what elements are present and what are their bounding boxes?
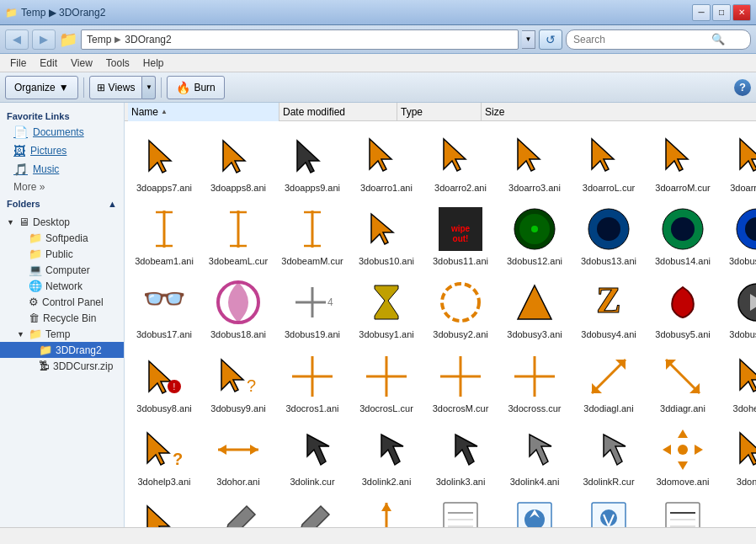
list-item[interactable]: 3dobus10.ani	[350, 198, 423, 271]
organize-button[interactable]: Organize ▼	[5, 76, 78, 99]
list-item[interactable]: 3dobeam1.ani	[128, 198, 200, 271]
list-item[interactable]: 3doarro2.ani	[424, 125, 497, 198]
list-item[interactable]: 3dobeamM.cur	[276, 198, 349, 271]
col-date[interactable]: Date modified	[280, 103, 397, 121]
tree-3dorang2[interactable]: 📁 3DDrang2	[0, 342, 124, 358]
tree-network[interactable]: 🌐 Network	[0, 278, 124, 294]
tree-softpedia[interactable]: 📁 Softpedia	[0, 230, 124, 246]
menu-tools[interactable]: Tools	[99, 56, 136, 71]
list-item[interactable]: 3docross.cur	[498, 345, 571, 419]
list-item[interactable]: 3docrosL.cur	[350, 345, 423, 419]
search-box[interactable]: 🔍	[566, 29, 751, 50]
col-size[interactable]: Size	[482, 103, 549, 121]
col-type[interactable]: Type	[397, 103, 482, 121]
list-item[interactable]: 3dohor.ani	[202, 419, 274, 492]
tree-recycle-bin[interactable]: 🗑 Recycle Bin	[0, 310, 124, 326]
list-item[interactable]: 3dobusy6.ani	[721, 271, 756, 344]
tree-3ddcursr[interactable]: 🗜 3DDCursr.zip	[0, 358, 124, 374]
list-item[interactable]: 3dobus14.ani	[647, 198, 719, 271]
toolbar-separator-1	[83, 77, 84, 98]
list-item[interactable]: 3doarrow.cur	[721, 125, 756, 198]
list-item[interactable]: 3dobusy5.ani	[647, 271, 719, 344]
help-button[interactable]: ?	[734, 79, 751, 96]
list-item[interactable]: 3dolinkR.cur	[572, 419, 645, 492]
views-dropdown-button[interactable]: ▼	[142, 76, 156, 99]
list-item[interactable]: pad_file.xml	[572, 492, 645, 527]
menu-file[interactable]: File	[3, 56, 33, 71]
list-item[interactable]: 3doarro3.ani	[498, 125, 571, 198]
tree-computer[interactable]: 💻 Computer	[0, 262, 124, 278]
file-label: 3dobus14.ani	[655, 256, 711, 267]
close-button[interactable]: ✕	[732, 4, 751, 21]
sidebar-item-music[interactable]: 🎵 Music	[0, 160, 124, 179]
list-item[interactable]: 3domove.ani	[647, 419, 719, 492]
list-item[interactable]: 3ddiagr.ani	[647, 345, 719, 419]
list-item[interactable]: 3dobus15.ani	[721, 198, 756, 271]
refresh-button[interactable]: ↺	[539, 29, 562, 50]
views-main-button[interactable]: ⊞ Views	[89, 76, 143, 99]
sidebar-item-documents[interactable]: 📄 Documents	[0, 123, 124, 141]
tree-public[interactable]: 📁 Public	[0, 246, 124, 262]
list-item[interactable]: wipeout!3dobus11.ani	[424, 198, 497, 271]
breadcrumb[interactable]: Temp ▶ 3DOrang2	[81, 29, 519, 50]
tree-temp[interactable]: ▼ 📁 Temp	[0, 326, 124, 342]
list-item[interactable]: 3dobeamL.cur	[202, 198, 274, 271]
list-item[interactable]: No3dono.ani	[721, 419, 756, 492]
list-item[interactable]: 3dobusy2.ani	[424, 271, 497, 344]
list-item[interactable]: 3dolink.cur	[276, 419, 349, 492]
list-item[interactable]: 3doapps8.ani	[202, 125, 274, 198]
list-item[interactable]: ?3dobusy9.ani	[202, 345, 274, 419]
list-item[interactable]: 3dobus12.ani	[498, 198, 571, 271]
list-item[interactable]: 3dobus13.ani	[572, 198, 645, 271]
list-item[interactable]: 3docros1.ani	[276, 345, 349, 419]
breadcrumb-dropdown[interactable]: ▼	[522, 30, 535, 49]
views-button-group[interactable]: ⊞ Views ▼	[89, 76, 157, 99]
file-label: 3dobus13.ani	[581, 256, 636, 267]
menu-view[interactable]: View	[64, 56, 99, 71]
expand-icon: ▼	[17, 330, 25, 339]
forward-button[interactable]: ▶	[32, 29, 56, 50]
col-name[interactable]: Name ▲	[128, 103, 280, 121]
search-input[interactable]	[573, 34, 708, 45]
list-item[interactable]: 👓3dobus17.ani	[128, 271, 200, 344]
list-item[interactable]: 3doarro1.ani	[350, 125, 423, 198]
list-item[interactable]: 43dobus19.ani	[276, 271, 349, 344]
folders-title[interactable]: Folders ▲	[0, 195, 124, 212]
list-item[interactable]: 3doapps7.ani	[128, 125, 200, 198]
file-label: 3dobus15.ani	[729, 256, 756, 267]
list-item[interactable]: ?3dohelp3.ani	[128, 419, 200, 492]
back-button[interactable]: ◀	[5, 29, 29, 50]
list-item[interactable]: 3doarroL.cur	[572, 125, 645, 198]
list-item[interactable]: 3dobusy1.ani	[350, 271, 423, 344]
list-item[interactable]: No3dono3.ani	[128, 492, 200, 527]
tree-desktop[interactable]: ▼ 🖥 Desktop	[0, 214, 124, 230]
list-item[interactable]: 3dobus18.ani	[202, 271, 274, 344]
list-item[interactable]: !3dobusy8.ani	[128, 345, 200, 419]
list-item[interactable]: 3dolink2.ani	[350, 419, 423, 492]
svg-rect-74	[444, 503, 477, 527]
sidebar-more[interactable]: More »	[0, 179, 124, 195]
list-item[interactable]: 3doarroM.cur	[647, 125, 719, 198]
list-item[interactable]: 3dobusy3.ani	[498, 271, 571, 344]
menu-help[interactable]: Help	[136, 56, 171, 71]
list-item[interactable]: 3dovert.ani	[350, 492, 423, 527]
tree-control-panel[interactable]: ⚙ Control Panel	[0, 294, 124, 310]
minimize-button[interactable]: ─	[692, 4, 711, 21]
list-item[interactable]: ?3dohelp.ani	[721, 345, 756, 419]
list-item[interactable]: 3dodiagl.ani	[572, 345, 645, 419]
list-item[interactable]: Z3dobusy4.ani	[572, 271, 645, 344]
list-item[interactable]: 3dopen2.ani	[276, 492, 349, 527]
list-item[interactable]: 3docrosM.cur	[424, 345, 497, 419]
list-item[interactable]: file_id.diz	[424, 492, 497, 527]
list-item[interactable]: Readme.txt	[647, 492, 719, 527]
list-item[interactable]: 3dopen.ani	[202, 492, 274, 527]
list-item[interactable]: 3dolink4.ani	[498, 419, 571, 492]
sidebar-item-pictures[interactable]: 🖼 Pictures	[0, 141, 124, 160]
window-controls[interactable]: ─ □ ✕	[692, 4, 751, 21]
burn-button[interactable]: 🔥 Burn	[167, 76, 224, 99]
list-item[interactable]: INSTAL3D....	[498, 492, 571, 527]
list-item[interactable]: 3dolink3.ani	[424, 419, 497, 492]
list-item[interactable]: 3doapps9.ani	[276, 125, 349, 198]
menu-edit[interactable]: Edit	[33, 56, 64, 71]
maximize-button[interactable]: □	[712, 4, 731, 21]
